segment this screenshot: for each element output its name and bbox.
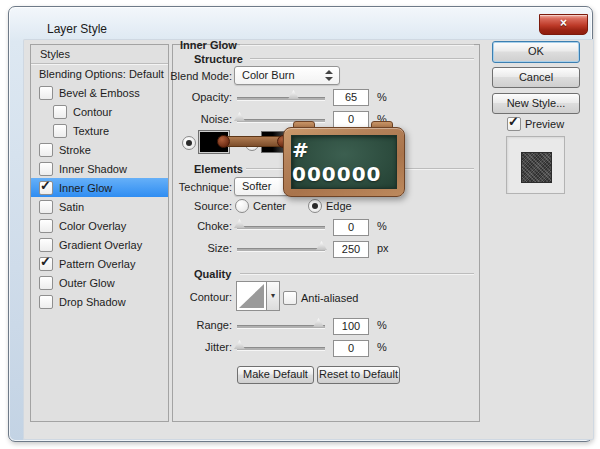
checkbox-outer-glow[interactable]: [39, 276, 53, 290]
sidebar-item-pattern-overlay[interactable]: ✓ Pattern Overlay: [31, 254, 168, 273]
checkbox-bevel-emboss[interactable]: [39, 86, 53, 100]
contour-thumbnail: [239, 284, 264, 308]
wood-peg-icon: [217, 135, 230, 148]
range-input[interactable]: 100: [333, 318, 369, 335]
preview-checkbox[interactable]: ✓: [507, 117, 521, 131]
checkbox-satin[interactable]: [39, 200, 53, 214]
checkbox-stroke[interactable]: [39, 143, 53, 157]
preview-thumbnail: [521, 152, 552, 183]
sidebar-item-gradient-overlay[interactable]: Gradient Overlay: [31, 235, 168, 254]
divider: [240, 273, 474, 275]
size-input[interactable]: 250: [333, 241, 369, 258]
checkbox-inner-glow[interactable]: ✓: [39, 181, 53, 195]
sidebar-item-texture[interactable]: Texture: [31, 121, 168, 140]
checkbox-gradient-overlay[interactable]: [39, 238, 53, 252]
source-center-label: Center: [253, 200, 286, 212]
check-icon: ✓: [508, 114, 519, 129]
size-slider-track[interactable]: [237, 248, 325, 252]
contour-picker[interactable]: [236, 281, 267, 311]
color-radio[interactable]: [182, 136, 196, 150]
structure-header: Structure: [194, 53, 243, 65]
contour-picker-arrow[interactable]: ▾: [266, 281, 280, 311]
checkbox-drop-shadow[interactable]: [39, 295, 53, 309]
ok-button[interactable]: OK: [492, 41, 580, 63]
jitter-input[interactable]: 0: [333, 340, 369, 357]
source-label: Source:: [180, 200, 232, 212]
jitter-unit: %: [377, 341, 387, 353]
quality-header: Quality: [194, 268, 231, 280]
checkbox-inner-shadow[interactable]: [39, 162, 53, 176]
divider: [240, 44, 474, 46]
range-unit: %: [377, 319, 387, 331]
blend-mode-label: Blend Mode:: [164, 70, 232, 82]
opacity-label: Opacity:: [164, 91, 232, 103]
check-icon: ✓: [40, 178, 51, 193]
sidebar-item-blending-options[interactable]: Blending Options: Default: [31, 64, 168, 83]
dialog-title: Layer Style: [47, 22, 107, 36]
divider: [250, 58, 474, 60]
checkbox-pattern-overlay[interactable]: ✓: [39, 257, 53, 271]
choke-slider-track[interactable]: [237, 226, 325, 230]
anti-aliased-checkbox[interactable]: [283, 291, 297, 305]
opacity-unit: %: [377, 91, 387, 103]
sidebar-item-inner-shadow[interactable]: Inner Shadow: [31, 159, 168, 178]
dropdown-arrows-icon: [325, 70, 333, 81]
size-unit: px: [377, 242, 389, 254]
sidebar-item-satin[interactable]: Satin: [31, 197, 168, 216]
checkbox-contour[interactable]: [53, 105, 67, 119]
anti-aliased-label: Anti-aliased: [301, 292, 358, 304]
chevron-down-icon: ▾: [271, 291, 275, 300]
sidebar-item-drop-shadow[interactable]: Drop Shadow: [31, 292, 168, 311]
jitter-label: Jitter:: [164, 341, 232, 353]
choke-label: Choke:: [164, 220, 232, 232]
noise-label: Noise:: [164, 113, 232, 125]
check-icon: ✓: [40, 254, 51, 269]
elements-header: Elements: [194, 163, 243, 175]
close-icon: ×: [560, 16, 567, 30]
sidebar-item-color-overlay[interactable]: Color Overlay: [31, 216, 168, 235]
sidebar-item-stroke[interactable]: Stroke: [31, 140, 168, 159]
choke-input[interactable]: 0: [333, 219, 369, 236]
technique-label: Technique:: [164, 181, 232, 193]
sidebar-item-contour[interactable]: Contour: [31, 102, 168, 121]
blend-mode-select[interactable]: Color Burn: [234, 66, 340, 85]
close-button[interactable]: ×: [539, 14, 588, 35]
checkbox-texture[interactable]: [53, 124, 67, 138]
range-slider-track[interactable]: [237, 325, 325, 329]
source-edge-label: Edge: [326, 200, 352, 212]
make-default-button[interactable]: Make Default: [237, 366, 314, 384]
styles-list: Styles Blending Options: Default Bevel &…: [30, 44, 169, 422]
source-center-radio[interactable]: [235, 199, 249, 213]
chalkboard: # 000000: [291, 135, 397, 189]
opacity-input[interactable]: 65: [333, 89, 369, 106]
sidebar-item-bevel-emboss[interactable]: Bevel & Emboss: [31, 83, 168, 102]
opacity-slider-track[interactable]: [237, 97, 325, 101]
sidebar-item-inner-glow[interactable]: ✓ Inner Glow: [31, 178, 168, 197]
color-hex-tooltip: # 000000: [283, 127, 405, 197]
panel-title: Inner Glow: [180, 39, 237, 51]
contour-label: Contour:: [176, 291, 232, 303]
sidebar-item-outer-glow[interactable]: Outer Glow: [31, 273, 168, 292]
new-style-button[interactable]: New Style...: [492, 93, 580, 114]
reset-to-default-button[interactable]: Reset to Default: [317, 366, 400, 384]
cancel-button[interactable]: Cancel: [492, 67, 580, 88]
choke-unit: %: [377, 220, 387, 232]
size-label: Size:: [164, 242, 232, 254]
preview-label: Preview: [525, 118, 564, 130]
preview-thumbnail-box: [506, 136, 565, 194]
jitter-slider-track[interactable]: [237, 347, 325, 351]
styles-list-header: Styles: [31, 45, 168, 64]
source-edge-radio[interactable]: [308, 199, 322, 213]
noise-input[interactable]: 0: [333, 111, 369, 128]
hex-value: # 000000: [292, 138, 396, 186]
range-label: Range:: [164, 319, 232, 331]
layer-style-dialog: Layer Style × Styles Blending Options: D…: [0, 0, 600, 449]
checkbox-color-overlay[interactable]: [39, 219, 53, 233]
